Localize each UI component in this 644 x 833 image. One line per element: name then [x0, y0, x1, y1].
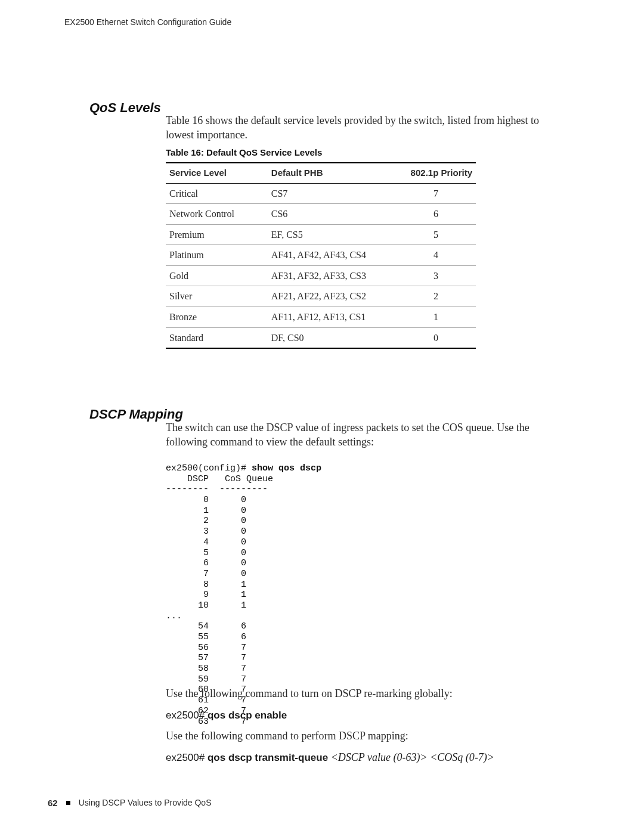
cell-priority: 7: [396, 183, 476, 204]
cell-default-phb: CS7: [268, 183, 396, 204]
dscp-after-1: Use the following command to turn on DSC…: [166, 686, 559, 701]
cell-service-level: Critical: [166, 183, 268, 204]
cmd-tq-prompt: ex2500#: [166, 752, 208, 763]
table-row: BronzeAF11, AF12, AF13, CS11: [166, 307, 476, 328]
table-caption: Table 16: Default QoS Service Levels: [166, 147, 476, 159]
qos-levels-table: Service Level Default PHB 802.1p Priorit…: [166, 162, 476, 349]
page: EX2500 Ethernet Switch Configuration Gui…: [0, 0, 644, 833]
running-header: EX2500 Ethernet Switch Configuration Gui…: [64, 17, 231, 28]
cell-service-level: Network Control: [166, 204, 268, 225]
cell-service-level: Premium: [166, 224, 268, 245]
table-row: Network ControlCS66: [166, 204, 476, 225]
page-number: 62: [48, 797, 58, 809]
table-row: PremiumEF, CS55: [166, 224, 476, 245]
cell-service-level: Gold: [166, 265, 268, 286]
footer: 62 Using DSCP Values to Provide QoS: [48, 797, 212, 809]
cell-default-phb: AF41, AF42, AF43, CS4: [268, 245, 396, 266]
cmd-enable-text: qos dscp enable: [208, 710, 287, 721]
table-row: CriticalCS77: [166, 183, 476, 204]
cell-priority: 3: [396, 265, 476, 286]
cell-default-phb: CS6: [268, 204, 396, 225]
table-row: PlatinumAF41, AF42, AF43, CS44: [166, 245, 476, 266]
cell-priority: 0: [396, 327, 476, 348]
dscp-intro: The switch can use the DSCP value of ing…: [166, 420, 559, 450]
cell-priority: 5: [396, 224, 476, 245]
cell-service-level: Standard: [166, 327, 268, 348]
qos-table: Table 16: Default QoS Service Levels Ser…: [166, 147, 476, 349]
cell-priority: 6: [396, 204, 476, 225]
qos-intro: Table 16 shows the default service level…: [166, 113, 559, 143]
table-row: StandardDF, CS00: [166, 327, 476, 348]
cell-default-phb: AF31, AF32, AF33, CS3: [268, 265, 396, 286]
cell-default-phb: DF, CS0: [268, 327, 396, 348]
cell-service-level: Platinum: [166, 245, 268, 266]
cmd-tq-text: qos dscp transmit-queue: [208, 752, 328, 763]
cell-priority: 4: [396, 245, 476, 266]
cell-default-phb: AF11, AF12, AF13, CS1: [268, 307, 396, 328]
cmd-tq-args: <DSCP value (0-63)> <COSq (0-7)>: [328, 751, 494, 763]
cmd-transmit-queue: ex2500# qos dscp transmit-queue <DSCP va…: [166, 750, 494, 765]
table-row: GoldAF31, AF32, AF33, CS33: [166, 265, 476, 286]
col-service-level: Service Level: [166, 163, 268, 183]
cell-priority: 1: [396, 307, 476, 328]
col-priority: 802.1p Priority: [396, 163, 476, 183]
cell-default-phb: EF, CS5: [268, 224, 396, 245]
col-default-phb: Default PHB: [268, 163, 396, 183]
cell-service-level: Silver: [166, 286, 268, 307]
cell-default-phb: AF21, AF22, AF23, CS2: [268, 286, 396, 307]
qos-heading: QoS Levels: [89, 99, 161, 117]
cmd-enable: ex2500# qos dscp enable: [166, 708, 287, 723]
footer-square-icon: [66, 801, 70, 805]
dscp-after-2: Use the following command to perform DSC…: [166, 729, 559, 743]
footer-text: Using DSCP Values to Provide QoS: [79, 797, 212, 809]
cell-priority: 2: [396, 286, 476, 307]
table-row: SilverAF21, AF22, AF23, CS22: [166, 286, 476, 307]
cell-service-level: Bronze: [166, 307, 268, 328]
cmd-enable-prompt: ex2500#: [166, 710, 208, 721]
